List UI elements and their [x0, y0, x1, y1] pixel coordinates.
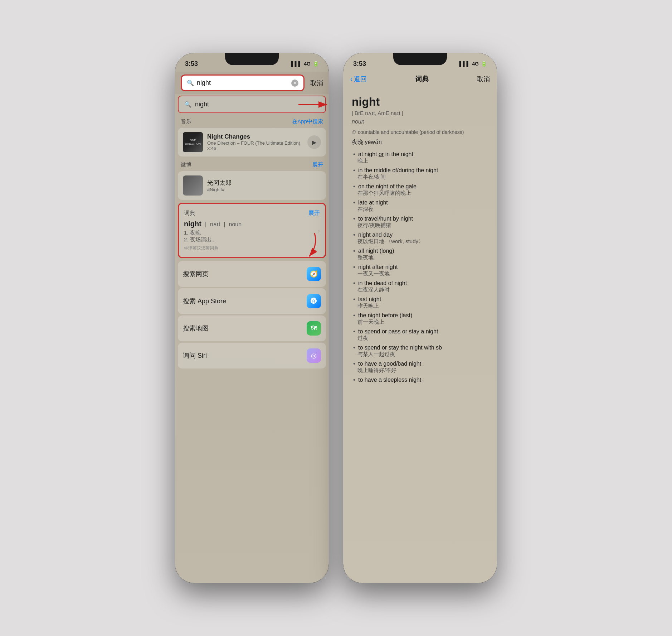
status-icons-2: ▌▌▌ 4G 🔋 [459, 61, 487, 67]
bullet-11: • [353, 328, 355, 334]
signal-icon-2: ▌▌▌ [459, 61, 470, 67]
bullet-4: • [353, 216, 355, 222]
dict-pos: noun [229, 221, 242, 228]
music-thumbnail: ONE DIRECTION [183, 132, 203, 152]
or-underline-12: or [382, 344, 387, 351]
entry-cn-3: 在深夜 [353, 206, 488, 213]
search-cancel-button[interactable]: 取消 [307, 79, 323, 87]
bullet-5: • [353, 232, 355, 238]
ask-siri-item[interactable]: 询问 Siri ◎ [178, 343, 326, 368]
notch-1 [225, 53, 279, 65]
notch-2 [393, 53, 447, 65]
safari-icon: 🧭 [307, 267, 321, 281]
entry-phrase-2: • on the night of the gale [353, 183, 488, 190]
network-icon-2: 4G [472, 61, 479, 67]
dict-pronunciation: | BrE nʌɪt, AmE naɪt | [352, 110, 488, 116]
entry-phrase-10: • the night before (last) [353, 312, 488, 319]
status-icons-1: ▌▌▌ 4G 🔋 [291, 61, 319, 67]
dict-pos-label: noun [352, 119, 488, 125]
search-appstore-item[interactable]: 搜索 App Store 🅐 [178, 288, 326, 314]
dict-entry-6: • all night (long) 整夜地 [352, 248, 488, 261]
band-label: ONE DIRECTION [183, 139, 203, 145]
page-container: 3:53 ▌▌▌ 4G 🔋 🔍 night ✕ 取消 [0, 0, 672, 636]
search-web-label: 搜索网页 [183, 270, 209, 278]
dict-entry-4: • to travel/hunt by night 夜行/夜晚捕猎 [352, 216, 488, 229]
entry-phrase-4: • to travel/hunt by night [353, 216, 488, 222]
music-subtitle: One Direction – FOUR (The Ultimate Editi… [207, 140, 303, 146]
dict-expand[interactable]: 展开 [308, 209, 320, 217]
phone-2-screen: 3:53 ▌▌▌ 4G 🔋 ‹ 返回 词典 取消 night | BrE [343, 53, 497, 583]
entry-phrase-0: • at night or in the night [353, 151, 488, 158]
dict-entry-9: • last night 昨天晚上 [352, 296, 488, 309]
weibo-item[interactable]: 光冈太郎 #Nightt# [178, 171, 326, 200]
entry-phrase-11: • to spend or pass or stay a night [353, 328, 488, 335]
phone-1: 3:53 ▌▌▌ 4G 🔋 🔍 night ✕ 取消 [175, 53, 329, 583]
music-title: Night Changes [207, 133, 303, 140]
phone-2: 3:53 ▌▌▌ 4G 🔋 ‹ 返回 词典 取消 night | BrE [343, 53, 497, 583]
dict-entry-2: • on the night of the gale 在那个狂风呼啸的晚上 [352, 183, 488, 197]
entry-cn-9: 昨天晚上 [353, 303, 488, 309]
bullet-12: • [353, 344, 355, 351]
music-item[interactable]: ONE DIRECTION Night Changes One Directio… [178, 128, 326, 156]
weibo-info: 光冈太郎 #Nightt# [207, 179, 321, 192]
dict-nav: ‹ 返回 词典 取消 [343, 72, 497, 88]
dict-entries: • at night or in the night 晚上 • in the m… [352, 151, 488, 383]
entry-cn-2: 在那个狂风呼啸的晚上 [353, 190, 488, 197]
bullet-0: • [353, 151, 355, 157]
search-maps-item[interactable]: 搜索地图 🗺 [178, 315, 326, 341]
battery-icon-2: 🔋 [481, 61, 487, 67]
dict-entry-12: • to spend or stay the night with sb 与某人… [352, 344, 488, 358]
bullet-9: • [353, 296, 355, 302]
search-appstore-label: 搜索 App Store [183, 297, 226, 305]
entry-cn-0: 晚上 [353, 158, 488, 164]
entry-cn-4: 夜行/夜晚捕猎 [353, 222, 488, 229]
search-icon: 🔍 [187, 80, 194, 86]
bottom-search-items: 搜索网页 🧭 搜索 App Store 🅐 搜索地图 🗺 [175, 261, 329, 368]
search-input[interactable]: night [197, 79, 288, 87]
search-clear-button[interactable]: ✕ [291, 80, 298, 87]
bullet-13: • [353, 361, 355, 367]
signal-icon-1: ▌▌▌ [291, 61, 302, 67]
weibo-expand[interactable]: 展开 [312, 162, 323, 168]
dict-entry-1: • in the middle of/during the night 在半夜/… [352, 167, 488, 180]
nav-cancel[interactable]: 取消 [477, 75, 490, 83]
entry-phrase-6: • all night (long) [353, 248, 488, 254]
search-bar-container: 🔍 night ✕ 取消 [175, 72, 329, 94]
network-icon-1: 4G [304, 61, 311, 67]
entry-phrase-5: • night and day [353, 232, 488, 238]
bullet-6: • [353, 248, 355, 254]
music-search-link[interactable]: 在App中搜索 [292, 118, 323, 125]
or-underline-0: or [379, 151, 384, 157]
dict-entry-13: • to have a good/bad night 晚上睡得好/不好 [352, 361, 488, 374]
music-duration: 3:46 [207, 146, 303, 151]
search-web-item[interactable]: 搜索网页 🧭 [178, 261, 326, 287]
suggestion-search-icon: 🔍 [184, 101, 191, 108]
dict-entry-5: • night and day 夜以继日地 〈work, study〉 [352, 232, 488, 245]
back-button[interactable]: ‹ 返回 [350, 75, 367, 83]
back-label: 返回 [354, 75, 367, 83]
dict-pipe: | [224, 221, 225, 228]
time-1: 3:53 [185, 60, 198, 68]
music-thumb-inner: ONE DIRECTION [183, 132, 203, 152]
dict-entry-14: • to have a sleepless night [352, 377, 488, 383]
music-section-header: 音乐 在App中搜索 [175, 115, 329, 126]
dict-card-title: 词典 [184, 209, 195, 217]
entry-cn-7: 一夜又一夜地 [353, 270, 488, 277]
bullet-8: • [353, 280, 355, 286]
search-bar[interactable]: 🔍 night ✕ [181, 74, 305, 91]
entry-cn-13: 晚上睡得好/不好 [353, 367, 488, 374]
or-underline-11a: or [382, 328, 387, 334]
dict-ipa-text: nʌɪt [210, 221, 220, 228]
weibo-name: 光冈太郎 [207, 179, 321, 187]
entry-cn-8: 在夜深人静时 [353, 286, 488, 293]
chevron-left-icon: ‹ [350, 76, 352, 83]
suggestion-text: night [195, 101, 209, 108]
bullet-10: • [353, 312, 355, 318]
entry-phrase-14: • to have a sleepless night [353, 377, 488, 383]
weibo-tag: #Nightt# [207, 187, 321, 192]
play-button[interactable]: ▶ [307, 135, 321, 149]
music-info: Night Changes One Direction – FOUR (The … [207, 133, 303, 151]
sense-header-text: ① countable and uncountable (period of d… [352, 129, 464, 135]
entry-cn-10: 前一天晚上 [353, 319, 488, 326]
entry-phrase-8: • in the dead of night [353, 280, 488, 286]
